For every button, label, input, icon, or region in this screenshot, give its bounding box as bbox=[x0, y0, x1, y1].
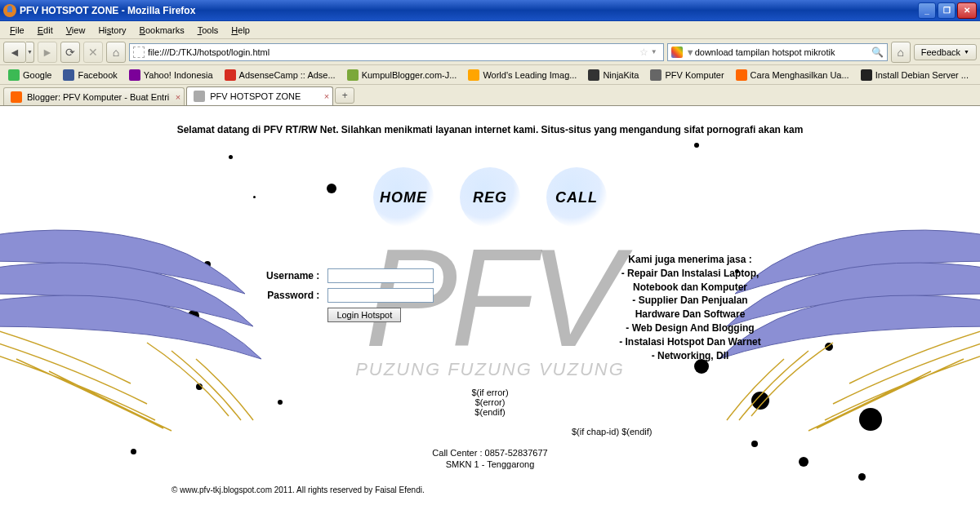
browser-tab[interactable]: Blogger: PFV Komputer - Buat Entri× bbox=[3, 87, 185, 105]
bookmark-favicon bbox=[736, 69, 747, 81]
menu-bar: File Edit View History Bookmarks Tools H… bbox=[0, 21, 980, 39]
bookmark-item[interactable]: NinjaKita bbox=[583, 68, 644, 82]
bookmark-item[interactable]: Cara Menghasilkan Ua... bbox=[731, 68, 854, 82]
navigation-toolbar: ◄ ▼ ► ⟳ ✕ ⌂ file:///D:/TKJ/hotspot/login… bbox=[0, 39, 980, 65]
bookmark-star-icon[interactable]: ☆ bbox=[639, 47, 648, 58]
menu-edit[interactable]: Edit bbox=[31, 24, 60, 37]
bookmark-label: Google bbox=[23, 70, 51, 80]
firefox-icon bbox=[3, 4, 16, 17]
wing-left-decoration bbox=[0, 220, 261, 432]
nav-home[interactable]: HOME bbox=[373, 167, 434, 228]
bookmark-favicon bbox=[861, 69, 872, 81]
bookmark-item[interactable]: Google bbox=[3, 68, 56, 82]
tab-favicon bbox=[194, 91, 205, 102]
bookmark-label: AdsenseCamp :: Adse... bbox=[239, 70, 336, 80]
login-button[interactable] bbox=[327, 308, 401, 322]
menu-tools[interactable]: Tools bbox=[191, 24, 225, 37]
footer-copyright: © www.pfv-tkj.blogspot.com 2011. All rig… bbox=[172, 485, 425, 494]
bookmark-item[interactable]: KumpulBlogger.com-J... bbox=[342, 68, 462, 82]
menu-history[interactable]: History bbox=[91, 24, 132, 37]
footer-contact: Call Center : 0857-52837677 SMKN 1 - Ten… bbox=[432, 447, 547, 471]
forward-button[interactable]: ► bbox=[38, 42, 57, 63]
home-button[interactable]: ⌂ bbox=[106, 42, 126, 63]
home-button-2[interactable]: ⌂ bbox=[891, 42, 911, 63]
new-tab-button[interactable]: + bbox=[335, 87, 354, 104]
menu-bookmarks[interactable]: Bookmarks bbox=[133, 24, 191, 37]
bookmark-favicon bbox=[347, 69, 359, 81]
page-content: Selamat datang di PFV RT/RW Net. Silahka… bbox=[0, 106, 980, 514]
window-titlebar: PFV HOTSPOT ZONE - Mozilla Firefox _ ❐ ✕ bbox=[0, 0, 980, 21]
tab-close-icon[interactable]: × bbox=[324, 91, 329, 101]
tab-label: PFV HOTSPOT ZONE bbox=[210, 91, 301, 101]
services-text: Kami juga menerima jasa : - Repair Dan I… bbox=[604, 253, 776, 362]
search-icon[interactable]: 🔍 bbox=[868, 47, 884, 58]
bookmark-favicon bbox=[8, 69, 20, 81]
maximize-button[interactable]: ❐ bbox=[938, 2, 956, 19]
password-input[interactable] bbox=[327, 288, 434, 303]
pfv-subtitle: PUZUNG FUZUNG VUZUNG bbox=[355, 359, 625, 380]
tab-close-icon[interactable]: × bbox=[176, 92, 180, 102]
bookmark-item[interactable]: PFV Komputer bbox=[645, 68, 728, 82]
username-input[interactable] bbox=[327, 268, 434, 283]
url-dropdown-icon[interactable]: ▼ bbox=[648, 48, 660, 55]
nav-call[interactable]: CALL bbox=[546, 167, 607, 228]
bookmark-label: PFV Komputer bbox=[665, 70, 724, 80]
browser-tab[interactable]: PFV HOTSPOT ZONE× bbox=[186, 86, 333, 105]
bookmark-label: World's Leading Imag... bbox=[483, 70, 577, 80]
username-label: Username : bbox=[263, 267, 323, 285]
login-form: Username : Password : bbox=[261, 265, 439, 326]
bookmark-favicon bbox=[225, 69, 236, 81]
bookmark-item[interactable]: Facebook bbox=[58, 68, 122, 82]
bookmark-item[interactable]: AdsenseCamp :: Adse... bbox=[220, 68, 341, 82]
bookmark-label: Yahoo! Indonesia bbox=[144, 70, 213, 80]
bookmark-label: Cara Menghasilkan Ua... bbox=[751, 70, 849, 80]
bookmark-favicon bbox=[63, 69, 74, 81]
bookmark-item[interactable]: World's Leading Imag... bbox=[463, 68, 581, 82]
bookmark-favicon bbox=[650, 69, 662, 81]
tab-strip: Blogger: PFV Komputer - Buat Entri×PFV H… bbox=[0, 85, 980, 106]
close-button[interactable]: ✕ bbox=[957, 2, 977, 19]
page-icon bbox=[133, 47, 145, 58]
chap-text: $(if chap-id) $(endif) bbox=[572, 427, 652, 436]
feedback-button[interactable]: Feedback ▼ bbox=[914, 44, 977, 60]
tab-label: Blogger: PFV Komputer - Buat Entri bbox=[27, 92, 169, 102]
bookmark-favicon bbox=[468, 69, 479, 81]
search-bar[interactable]: ▼ download tampilan hotspot mikrotik 🔍 bbox=[667, 43, 888, 61]
tab-favicon bbox=[11, 91, 22, 103]
menu-file[interactable]: File bbox=[3, 24, 31, 37]
google-icon bbox=[671, 47, 683, 58]
bookmark-favicon bbox=[588, 69, 599, 81]
reload-button[interactable]: ⟳ bbox=[60, 42, 80, 63]
nav-circles: HOME REG CALL bbox=[373, 167, 607, 228]
url-bar[interactable]: file:///D:/TKJ/hotspot/login.html ☆ ▼ bbox=[129, 43, 664, 61]
bookmarks-toolbar: GoogleFacebookYahoo! IndonesiaAdsenseCam… bbox=[0, 65, 980, 85]
menu-view[interactable]: View bbox=[60, 24, 92, 37]
back-dropdown[interactable]: ▼ bbox=[26, 42, 34, 63]
bookmark-item[interactable]: Yahoo! Indonesia bbox=[124, 68, 218, 82]
bookmark-item[interactable]: Install Debian Server ... bbox=[856, 68, 973, 82]
bookmark-label: KumpulBlogger.com-J... bbox=[362, 70, 457, 80]
bookmark-item[interactable]: SYSTEM OF BLOG: Da... bbox=[975, 68, 980, 82]
bookmark-favicon bbox=[129, 69, 140, 81]
search-engine-dropdown[interactable]: ▼ bbox=[686, 47, 695, 57]
minimize-button[interactable]: _ bbox=[918, 2, 936, 19]
bookmark-label: NinjaKita bbox=[603, 70, 639, 80]
error-block: $(if error) $(error) $(endif) bbox=[471, 388, 508, 417]
bookmark-label: Install Debian Server ... bbox=[875, 70, 969, 80]
welcome-text: Selamat datang di PFV RT/RW Net. Silahka… bbox=[177, 124, 804, 135]
nav-reg[interactable]: REG bbox=[460, 167, 520, 228]
menu-help[interactable]: Help bbox=[225, 24, 256, 37]
stop-button[interactable]: ✕ bbox=[83, 42, 103, 63]
search-text: download tampilan hotspot mikrotik bbox=[695, 47, 868, 57]
bookmark-label: Facebook bbox=[78, 70, 117, 80]
password-label: Password : bbox=[263, 286, 323, 304]
url-text: file:///D:/TKJ/hotspot/login.html bbox=[148, 47, 639, 57]
window-title: PFV HOTSPOT ZONE - Mozilla Firefox bbox=[20, 5, 195, 16]
back-button[interactable]: ◄ bbox=[3, 42, 26, 63]
